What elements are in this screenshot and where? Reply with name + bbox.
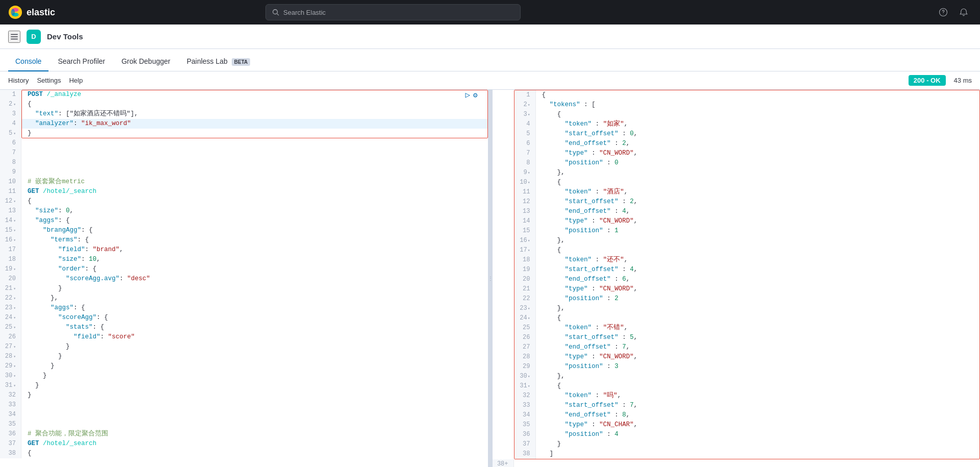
code-line: 20 "scoreAgg.avg": "desc" xyxy=(0,274,488,284)
svg-point-0 xyxy=(9,6,22,19)
svg-point-7 xyxy=(943,14,943,14)
svg-line-5 xyxy=(277,14,279,16)
response-line: 34 "end_offset" : 8, xyxy=(514,410,980,420)
response-line: 27 "end_offset" : 7, xyxy=(514,342,980,352)
right-editor-panel: 1{2▾ "tokens" : [3▾ {4 "token" : "如家",5 … xyxy=(493,90,981,467)
line-number: 24▾ xyxy=(514,313,536,323)
response-time: 43 ms xyxy=(954,77,972,84)
line-number: 7 xyxy=(0,148,21,158)
response-line: 21 "type" : "CN_WORD", xyxy=(514,284,980,294)
tab-search-profiler[interactable]: Search Profiler xyxy=(51,52,112,71)
code-line: 4 "analyzer": "ik_max_word" xyxy=(0,119,488,129)
global-search-bar[interactable]: Search Elastic xyxy=(265,4,521,20)
line-content: "field": "brand", xyxy=(21,245,488,255)
response-line: 13 "end_offset" : 4, xyxy=(514,207,980,216)
app-badge: D xyxy=(27,30,41,44)
line-number: 20 xyxy=(514,275,536,284)
line-number: 31▾ xyxy=(514,381,536,391)
code-line: 33 xyxy=(0,400,488,410)
code-line: 2▾{ xyxy=(0,100,488,109)
line-number: 31▾ xyxy=(0,381,21,390)
line-number: 4 xyxy=(0,119,21,129)
code-line: 27▾ } xyxy=(0,342,488,352)
history-button[interactable]: History xyxy=(8,77,29,84)
line-number: 12 xyxy=(514,197,536,207)
code-line: 16▾ "terms": { xyxy=(0,235,488,245)
line-content: "position" : 4 xyxy=(536,430,980,439)
line-number: 17 xyxy=(0,245,21,255)
help-button[interactable]: Help xyxy=(69,77,83,84)
line-number: 21 xyxy=(514,284,536,294)
line-content: # 嵌套聚合metric xyxy=(21,177,488,187)
response-line: 24▾ { xyxy=(514,313,980,323)
line-number: 34 xyxy=(514,410,536,420)
line-number: 35 xyxy=(0,420,21,429)
code-line: 15▾ "brangAgg": { xyxy=(0,226,488,235)
code-line: 7 xyxy=(0,148,488,158)
line-content: "start_offset" : 7, xyxy=(536,401,980,410)
elastic-logo[interactable]: elastic xyxy=(8,5,55,19)
line-content: "aggs": { xyxy=(21,216,488,226)
response-line: 6 "end_offset" : 2, xyxy=(514,139,980,149)
line-number: 18 xyxy=(514,255,536,265)
run-query-button[interactable]: ▷ xyxy=(465,91,470,101)
line-number: 26 xyxy=(514,333,536,342)
response-line: 12 "start_offset" : 2, xyxy=(514,197,980,207)
resize-handle[interactable]: ⋮ xyxy=(488,90,493,467)
line-number: 7 xyxy=(514,149,536,158)
notifications-icon[interactable] xyxy=(955,4,972,20)
line-content: ] xyxy=(536,449,980,459)
tab-grok-debugger[interactable]: Grok Debugger xyxy=(114,52,178,71)
code-line: 30▾ } xyxy=(0,371,488,381)
line-content: "terms": { xyxy=(21,235,488,245)
line-number: 35 xyxy=(514,420,536,430)
line-content: "position" : 2 xyxy=(536,294,980,304)
line-content: } xyxy=(21,284,488,293)
code-line: 10# 嵌套聚合metric xyxy=(0,177,488,187)
code-line: 17 "field": "brand", xyxy=(0,245,488,255)
line-number: 16▾ xyxy=(514,236,536,245)
tools-button[interactable]: ⚙ xyxy=(473,91,477,101)
code-line: 28▾ } xyxy=(0,352,488,361)
line-content: } xyxy=(21,352,488,361)
line-number: 27 xyxy=(514,342,536,352)
line-content: "order": { xyxy=(21,264,488,274)
line-content: "token" : "酒店", xyxy=(536,187,980,197)
line-number: 28 xyxy=(514,352,536,362)
menu-toggle-button[interactable] xyxy=(8,31,20,43)
response-line: 28 "type" : "CN_WORD", xyxy=(514,352,980,362)
line-number: 17▾ xyxy=(514,245,536,255)
response-line: 33 "start_offset" : 7, xyxy=(514,401,980,410)
response-highlight-box: 1{2▾ "tokens" : [3▾ {4 "token" : "如家",5 … xyxy=(514,90,981,459)
line-content: "start_offset" : 4, xyxy=(536,265,980,275)
line-number: 30▾ xyxy=(514,372,536,381)
response-line: 23▾ }, xyxy=(514,304,980,313)
settings-button[interactable]: Settings xyxy=(37,77,61,84)
search-placeholder: Search Elastic xyxy=(283,9,326,16)
response-line: 19 "start_offset" : 4, xyxy=(514,265,980,275)
code-line: 24▾ "scoreAgg": { xyxy=(0,313,488,323)
tabs-bar: Console Search Profiler Grok Debugger Pa… xyxy=(0,49,980,71)
line-content: "position" : 0 xyxy=(536,158,980,168)
code-line: 34 xyxy=(0,410,488,420)
line-number: 1 xyxy=(0,90,21,100)
line-content: "brangAgg": { xyxy=(21,226,488,235)
line-number: 33 xyxy=(514,401,536,410)
beta-badge: BETA xyxy=(232,58,250,66)
line-content: "token" : "吗", xyxy=(536,391,980,401)
tab-console[interactable]: Console xyxy=(8,52,48,71)
line-content: } xyxy=(21,371,488,381)
line-content: "scoreAgg.avg": "desc" xyxy=(21,274,488,284)
line-content: "text": ["如家酒店还不错吗"], xyxy=(21,109,488,119)
tab-painless-lab[interactable]: Painless Lab BETA xyxy=(180,52,258,71)
line-content: GET /hotel/_search xyxy=(21,439,488,449)
line-content: { xyxy=(536,381,980,391)
line-content: { xyxy=(536,110,980,119)
code-line: 11GET /hotel/_search xyxy=(0,187,488,196)
request-editor[interactable]: 1POST /_analyze ▷ ⚙ 2▾{3 "text": ["如家酒店还… xyxy=(0,90,488,467)
help-icon[interactable] xyxy=(935,4,951,20)
line-content: }, xyxy=(536,168,980,178)
code-line: 25▾ "stats": { xyxy=(0,323,488,332)
line-content: "type" : "CN_WORD", xyxy=(536,284,980,294)
line-content: }, xyxy=(21,293,488,303)
